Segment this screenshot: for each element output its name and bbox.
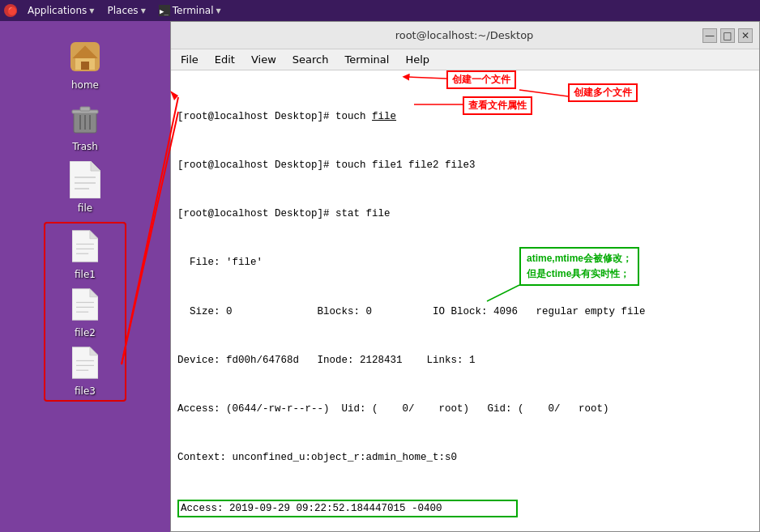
file3-label: file3 <box>75 385 96 397</box>
svg-line-37 <box>487 285 519 301</box>
desktop-icon-trash[interactable]: Trash <box>49 99 122 152</box>
highlighted-files-group: file1 file2 <box>44 222 126 402</box>
places-label: Places <box>107 5 138 16</box>
system-logo-icon: 🔴 <box>3 3 18 18</box>
svg-line-35 <box>519 90 568 96</box>
file2-icon <box>66 285 105 324</box>
file3-icon <box>66 343 105 382</box>
watermark: https://blog.csdn.net/Pierce110110 <box>597 517 754 527</box>
menu-terminal[interactable]: Terminal <box>338 52 395 67</box>
applications-arrow-icon: ▼ <box>89 7 94 15</box>
menu-search[interactable]: Search <box>286 52 335 67</box>
menu-help[interactable]: Help <box>399 52 436 67</box>
desktop: home Trash file <box>0 21 170 532</box>
svg-text:🔴: 🔴 <box>7 6 18 16</box>
svg-rect-10 <box>80 107 90 111</box>
svg-marker-25 <box>90 289 98 297</box>
menu-edit[interactable]: Edit <box>208 52 241 67</box>
terminal-line-3: [root@localhost Desktop]# stat file <box>177 206 753 221</box>
terminal-menubar: File Edit View Search Terminal Help <box>171 49 759 70</box>
desktop-icon-file3[interactable]: file3 <box>49 343 122 397</box>
applications-label: Applications <box>28 5 87 16</box>
annotation-view-file-attr: 查看文件属性 <box>463 96 532 115</box>
trash-label: Trash <box>72 141 98 152</box>
desktop-icon-home[interactable]: home <box>49 37 122 91</box>
terminal-window: root@localhost:~/Desktop — □ ✕ File Edit… <box>170 21 760 532</box>
svg-marker-30 <box>90 347 98 355</box>
terminal-line-8: Context: unconfined_u:object_r:admin_hom… <box>177 450 753 465</box>
terminal-line-access1: Access: 2019-09-29 09:22:52.184447015 -0… <box>177 500 518 517</box>
file1-icon <box>66 227 105 266</box>
terminal-controls: — □ ✕ <box>702 28 753 43</box>
applications-menu[interactable]: Applications ▼ <box>21 3 100 18</box>
menu-view[interactable]: View <box>245 52 283 67</box>
file1-label: file1 <box>75 269 96 280</box>
svg-rect-7 <box>81 62 89 70</box>
terminal-icon: ▶_ <box>159 5 170 16</box>
annotation-create-multiple-files: 创建多个文件 <box>568 83 638 102</box>
svg-marker-15 <box>91 161 100 171</box>
desktop-icon-file1[interactable]: file1 <box>49 227 122 280</box>
file-icon <box>66 160 105 199</box>
desktop-icon-file[interactable]: file <box>49 160 122 214</box>
terminal-line-6: Device: fd00h/64768d Inode: 2128431 Link… <box>177 353 753 368</box>
home-label: home <box>71 79 99 91</box>
minimize-button[interactable]: — <box>702 28 717 43</box>
desktop-icon-file2[interactable]: file2 <box>49 285 122 338</box>
terminal-titlebar: root@localhost:~/Desktop — □ ✕ <box>171 22 759 49</box>
file2-label: file2 <box>75 327 96 338</box>
terminal-line-2: [root@localhost Desktop]# touch file1 fi… <box>177 158 753 172</box>
annotation-atime-mtime-ctime: atime,mtime会被修改；但是ctime具有实时性； <box>519 247 639 286</box>
menu-file[interactable]: File <box>174 52 205 67</box>
terminal-line-7: Access: (0644/-rw-r--r--) Uid: ( 0/ root… <box>177 402 753 416</box>
terminal-line-5: Size: 0 Blocks: 0 IO Block: 4096 regular… <box>177 304 753 319</box>
maximize-button[interactable]: □ <box>720 28 735 43</box>
terminal-body[interactable]: [root@localhost Desktop]# touch file [ro… <box>171 70 759 531</box>
close-button[interactable]: ✕ <box>738 28 753 43</box>
svg-text:▶_: ▶_ <box>160 7 169 15</box>
top-menubar: 🔴 Applications ▼ Places ▼ ▶_ Terminal ▼ <box>0 0 760 21</box>
home-icon <box>66 37 105 76</box>
file-label: file <box>78 202 92 214</box>
terminal-line-4: File: 'file' <box>177 255 753 270</box>
svg-line-34 <box>406 77 446 79</box>
terminal-label: Terminal <box>173 5 214 16</box>
annotation-create-one-file: 创建一个文件 <box>446 70 516 89</box>
places-arrow-icon: ▼ <box>141 7 146 15</box>
terminal-title: root@localhost:~/Desktop <box>226 29 702 41</box>
terminal-menu[interactable]: ▶_ Terminal ▼ <box>152 3 228 18</box>
svg-marker-20 <box>90 231 98 239</box>
terminal-arrow-icon: ▼ <box>216 7 221 15</box>
places-menu[interactable]: Places ▼ <box>100 3 152 18</box>
trash-icon <box>66 99 105 138</box>
